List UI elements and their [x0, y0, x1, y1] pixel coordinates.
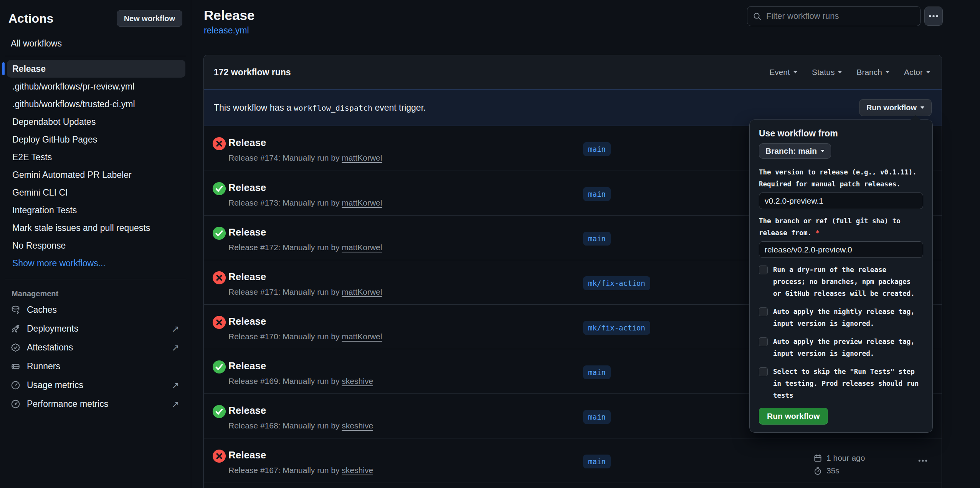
new-workflow-button[interactable]: New workflow: [117, 10, 182, 27]
sidebar-item-deploy-github-pages[interactable]: Deploy GitHub Pages: [7, 131, 185, 148]
checkbox[interactable]: [759, 337, 768, 346]
branch-badge[interactable]: main: [583, 232, 611, 246]
branch-badge[interactable]: main: [583, 410, 611, 424]
run-workflow-submit-button[interactable]: Run workflow: [759, 408, 828, 425]
checkbox[interactable]: [759, 266, 768, 274]
actor-link[interactable]: skeshive: [342, 377, 373, 385]
run-kebab-button[interactable]: [916, 455, 929, 466]
dispatch-checkbox-row: Run a dry-run of the release process; no…: [759, 264, 923, 300]
run-description: Release #169: Manually run by skeshive: [228, 377, 373, 386]
actor-link[interactable]: skeshive: [342, 421, 373, 430]
workflow-run-row-partial: [204, 483, 942, 488]
filter-workflow-runs-input[interactable]: [766, 11, 915, 21]
workflow-run-row[interactable]: Release Release #167: Manually run by sk…: [204, 438, 942, 483]
branch-badge[interactable]: main: [583, 187, 611, 201]
run-description: Release #174: Manually run by mattKorwel: [228, 153, 382, 163]
run-name-link[interactable]: Release: [228, 271, 266, 283]
branch-badge[interactable]: mk/fix-action: [583, 276, 650, 290]
checkbox[interactable]: [759, 307, 768, 316]
actor-link[interactable]: skeshive: [342, 466, 373, 475]
sidebar-item-label: Gemini CLI CI: [12, 188, 68, 198]
version-input[interactable]: [759, 193, 923, 209]
show-more-workflows-link[interactable]: Show more workflows...: [7, 254, 185, 272]
sidebar-item-no-response[interactable]: No Response: [7, 237, 185, 254]
run-description: Release #172: Manually run by mattKorwel: [228, 243, 382, 252]
management-item-usage-metrics[interactable]: Usage metrics↗: [0, 376, 191, 395]
sidebar-item-github-workflows-pr-review-yml[interactable]: .github/workflows/pr-review.yml: [7, 78, 185, 95]
run-name-link[interactable]: Release: [228, 405, 266, 417]
management-item-performance-metrics[interactable]: Performance metrics↗: [0, 395, 191, 413]
kebab-icon: [928, 10, 939, 22]
actor-link[interactable]: mattKorwel: [342, 287, 382, 296]
external-link-icon: ↗: [172, 324, 179, 334]
run-name-link[interactable]: Release: [228, 315, 266, 327]
run-name-link[interactable]: Release: [228, 360, 266, 372]
actor-link[interactable]: mattKorwel: [342, 332, 382, 341]
branch-badge[interactable]: mk/fix-action: [583, 321, 650, 335]
branch-badge[interactable]: main: [583, 455, 611, 468]
checkbox[interactable]: [759, 367, 768, 376]
run-workflow-panel: Use workflow from Branch: main The versi…: [749, 120, 933, 433]
sidebar-item-integration-tests[interactable]: Integration Tests: [7, 201, 185, 219]
sidebar-title: Actions: [8, 12, 53, 26]
sidebar-item-gemini-automated-pr-labeler[interactable]: Gemini Automated PR Labeler: [7, 166, 185, 184]
sidebar-item-release[interactable]: Release: [7, 60, 185, 78]
management-item-attestations[interactable]: Attestations↗: [0, 338, 191, 357]
run-name-link[interactable]: Release: [228, 226, 266, 238]
sidebar-item-github-workflows-trusted-ci-yml[interactable]: .github/workflows/trusted-ci.yml: [7, 95, 185, 113]
branch-badge[interactable]: main: [583, 365, 611, 379]
runs-filter-actor[interactable]: Actor: [904, 68, 930, 77]
workflow-file-link[interactable]: release.yml: [204, 25, 249, 36]
rocket-icon: [11, 324, 20, 334]
runs-filter-status[interactable]: Status: [812, 68, 842, 77]
management-item-caches[interactable]: Caches: [0, 300, 191, 319]
ref-input[interactable]: [759, 241, 923, 258]
management-item-label: Performance metrics: [27, 399, 108, 409]
dispatch-banner-text: This workflow has a workflow_dispatch ev…: [214, 103, 426, 113]
runs-filter-branch[interactable]: Branch: [856, 68, 889, 77]
workflow-options-kebab-button[interactable]: [924, 7, 943, 26]
actor-link[interactable]: mattKorwel: [342, 153, 382, 162]
management-list: CachesDeployments↗Attestations↗RunnersUs…: [0, 300, 191, 413]
branch-selector-button[interactable]: Branch: main: [759, 143, 831, 159]
failure-status-icon: [212, 315, 226, 329]
management-item-runners[interactable]: Runners: [0, 357, 191, 376]
success-status-icon: [212, 360, 226, 374]
actor-link[interactable]: mattKorwel: [342, 198, 382, 207]
run-name-link[interactable]: Release: [228, 137, 266, 149]
success-status-icon: [212, 226, 226, 240]
sidebar-item-e2e-tests[interactable]: E2E Tests: [7, 148, 185, 166]
run-name-link[interactable]: Release: [228, 449, 266, 461]
dispatch-options: Run a dry-run of the release process; no…: [759, 264, 923, 402]
checkbox-label: Auto apply the preview release tag, inpu…: [773, 336, 921, 360]
use-workflow-from-heading: Use workflow from: [759, 128, 923, 139]
sidebar-item-gemini-cli-ci[interactable]: Gemini CLI CI: [7, 184, 185, 201]
management-item-label: Caches: [27, 305, 57, 315]
actor-link[interactable]: mattKorwel: [342, 243, 382, 252]
sidebar-item-all-workflows[interactable]: All workflows: [11, 38, 182, 49]
sidebar-item-label: Dependabot Updates: [12, 117, 96, 127]
runs-filter-event[interactable]: Event: [769, 68, 797, 77]
sidebar-divider: [5, 56, 186, 56]
branch-badge[interactable]: main: [583, 142, 611, 156]
external-link-icon: ↗: [172, 399, 179, 410]
management-item-label: Deployments: [27, 324, 78, 334]
filter-workflow-runs-box[interactable]: [747, 6, 921, 26]
run-workflow-dropdown-button[interactable]: Run workflow: [859, 99, 932, 116]
sidebar-item-label: No Response: [12, 241, 66, 251]
run-time: 1 hour ago: [826, 453, 865, 463]
management-item-label: Usage metrics: [27, 380, 83, 390]
chevron-down-icon: [921, 106, 924, 109]
sidebar-item-dependabot-updates[interactable]: Dependabot Updates: [7, 113, 185, 131]
management-item-deployments[interactable]: Deployments↗: [0, 319, 191, 338]
chevron-down-icon: [886, 71, 889, 73]
sidebar-item-label: Release: [12, 64, 46, 74]
run-description: Release #168: Manually run by skeshive: [228, 421, 373, 430]
verified-icon: [11, 343, 20, 352]
meter-icon: [11, 380, 20, 390]
sidebar-item-mark-stale-issues-and-pull-requests[interactable]: Mark stale issues and pull requests: [7, 219, 185, 237]
sidebar-item-label: Deploy GitHub Pages: [12, 134, 97, 145]
run-name-link[interactable]: Release: [228, 182, 266, 194]
filter-label: Branch: [856, 68, 882, 77]
management-item-label: Runners: [27, 361, 60, 372]
